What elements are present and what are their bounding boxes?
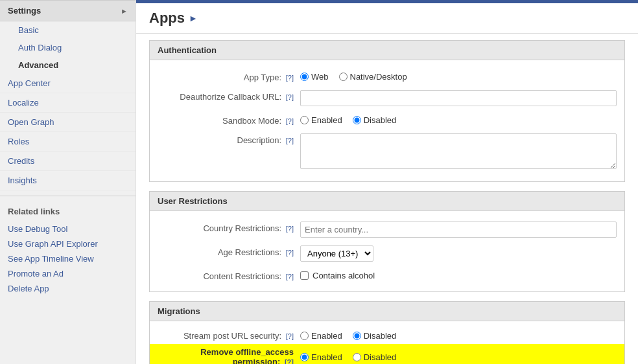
sandbox-enabled-radio[interactable]	[300, 116, 309, 124]
sandbox-disabled-label[interactable]: Disabled	[353, 115, 397, 125]
content-help[interactable]: [?]	[286, 273, 294, 280]
age-restrictions-control: Anyone (13+) Anyone 18+ 21+	[300, 245, 617, 262]
offline-access-disabled-radio[interactable]	[353, 353, 361, 361]
page-title: Apps	[149, 10, 185, 27]
app-type-help[interactable]: [?]	[286, 74, 294, 82]
sandbox-mode-control: Enabled Disabled	[300, 114, 617, 125]
deauth-callback-row: Deauthorize Callback URL: [?]	[150, 86, 624, 110]
contains-alcohol-label[interactable]: Contains alcohol	[313, 271, 375, 280]
age-select[interactable]: Anyone (13+) Anyone 18+ 21+	[300, 245, 373, 262]
sandbox-mode-row: Sandbox Mode: [?] Enabled	[150, 110, 624, 130]
age-restrictions-row: Age Restrictions: [?] Anyone (13+) Anyon…	[150, 242, 624, 266]
migration-controls-stream-post: Enabled Disabled	[300, 331, 396, 341]
migrations-section: Migrations Stream post URL security: [?]…	[149, 301, 625, 364]
description-row: Description: [?]	[150, 130, 624, 175]
migration-row-stream-post: Stream post URL security: [?] Enabled Di…	[150, 328, 624, 344]
sidebar: Settings ► Basic Auth Dialog Advanced Ap…	[0, 0, 136, 364]
migration-label-offline-access: Remove offline_access permission: [?]	[158, 347, 300, 364]
stream-post-help[interactable]: [?]	[286, 332, 294, 340]
stream-post-disabled-label[interactable]: Disabled	[353, 331, 397, 341]
content-restrictions-label: Content Restrictions: [?]	[158, 269, 300, 281]
offline-access-help[interactable]: [?]	[285, 358, 294, 364]
sidebar-item-basic[interactable]: Basic	[0, 21, 136, 39]
app-type-web-radio[interactable]	[300, 73, 309, 81]
app-type-web-label[interactable]: Web	[300, 72, 329, 82]
settings-section-header[interactable]: Settings ►	[0, 0, 136, 21]
age-restrictions-label: Age Restrictions: [?]	[158, 245, 300, 257]
country-restrictions-control	[300, 222, 617, 238]
description-textarea[interactable]	[300, 133, 617, 169]
sidebar-link-delete-app[interactable]: Delete App	[0, 281, 136, 296]
sidebar-item-insights[interactable]: Insights	[0, 171, 136, 190]
authentication-section: Authentication App Type: [?] Web	[149, 40, 625, 182]
user-restrictions-section: User Restrictions Country Restrictions: …	[149, 191, 625, 292]
content-restrictions-row: Content Restrictions: [?] Contains alcoh…	[150, 266, 624, 285]
sidebar-link-debug-tool[interactable]: Use Debug Tool	[0, 222, 136, 236]
description-label: Description: [?]	[158, 133, 300, 145]
user-restrictions-body: Country Restrictions: [?] Age Restrictio…	[150, 211, 624, 291]
sandbox-mode-radio-group: Enabled Disabled	[300, 114, 617, 125]
deauth-callback-help[interactable]: [?]	[286, 93, 294, 101]
sidebar-item-roles[interactable]: Roles	[0, 132, 136, 152]
sidebar-divider	[0, 196, 136, 196]
app-type-control: Web Native/Desktop	[300, 71, 617, 82]
settings-label: Settings	[8, 6, 41, 16]
related-links-header: Related links	[0, 201, 136, 222]
sidebar-item-open-graph[interactable]: Open Graph	[0, 113, 136, 132]
sandbox-enabled-label[interactable]: Enabled	[300, 115, 342, 125]
contains-alcohol-checkbox[interactable]	[300, 271, 309, 280]
content-area: Authentication App Type: [?] Web	[136, 34, 638, 364]
country-restrictions-label: Country Restrictions: [?]	[158, 222, 300, 233]
sidebar-item-auth-dialog[interactable]: Auth Dialog	[0, 39, 136, 56]
app-type-row: App Type: [?] Web Na	[150, 67, 624, 86]
description-control	[300, 133, 617, 171]
offline-access-enabled-radio[interactable]	[300, 353, 309, 361]
age-help[interactable]: [?]	[286, 249, 294, 256]
authentication-body: App Type: [?] Web Na	[150, 60, 624, 181]
deauth-callback-input[interactable]	[300, 90, 617, 106]
sidebar-item-app-center[interactable]: App Center	[0, 74, 136, 93]
user-restrictions-header: User Restrictions	[150, 192, 624, 211]
migration-label-stream-post: Stream post URL security: [?]	[158, 331, 300, 341]
settings-arrow: ►	[121, 7, 128, 15]
sidebar-item-advanced[interactable]: Advanced	[0, 56, 136, 74]
offline-access-enabled-label[interactable]: Enabled	[300, 352, 342, 362]
country-restrictions-row: Country Restrictions: [?]	[150, 218, 624, 242]
sidebar-link-app-timeline[interactable]: See App Timeline View	[0, 251, 136, 266]
country-input[interactable]	[300, 222, 617, 238]
app-type-label: App Type: [?]	[158, 71, 300, 82]
authentication-header: Authentication	[150, 41, 624, 60]
offline-access-disabled-label[interactable]: Disabled	[353, 352, 397, 362]
sandbox-mode-label: Sandbox Mode: [?]	[158, 114, 300, 126]
content-restrictions-control: Contains alcohol	[300, 269, 617, 280]
sandbox-disabled-radio[interactable]	[353, 116, 361, 124]
breadcrumb-arrow: ►	[189, 13, 198, 23]
description-help[interactable]: [?]	[286, 137, 294, 144]
migrations-header: Migrations	[150, 302, 624, 321]
migrations-body: Stream post URL security: [?] Enabled Di…	[150, 321, 624, 364]
main-content: Apps ► Authentication App Type: [?]	[136, 0, 638, 364]
sidebar-link-graph-api[interactable]: Use Graph API Explorer	[0, 236, 136, 251]
app-type-radio-group: Web Native/Desktop	[300, 71, 617, 82]
sandbox-mode-help[interactable]: [?]	[286, 117, 294, 125]
migration-row-offline-access: Remove offline_access permission: [?] En…	[150, 344, 624, 364]
sidebar-item-credits[interactable]: Credits	[0, 152, 136, 171]
stream-post-enabled-radio[interactable]	[300, 332, 309, 340]
stream-post-disabled-radio[interactable]	[353, 332, 361, 340]
page-header: Apps ►	[136, 3, 638, 34]
deauth-callback-label: Deauthorize Callback URL: [?]	[158, 90, 300, 102]
deauth-callback-control	[300, 90, 617, 106]
country-help[interactable]: [?]	[286, 225, 294, 233]
content-checkbox-group: Contains alcohol	[300, 269, 617, 280]
sidebar-item-localize[interactable]: Localize	[0, 93, 136, 113]
migration-controls-offline-access: Enabled Disabled	[300, 352, 396, 362]
app-type-native-label[interactable]: Native/Desktop	[339, 72, 407, 82]
app-type-native-radio[interactable]	[339, 73, 348, 81]
stream-post-enabled-label[interactable]: Enabled	[300, 331, 342, 341]
sidebar-link-promote-ad[interactable]: Promote an Ad	[0, 266, 136, 281]
